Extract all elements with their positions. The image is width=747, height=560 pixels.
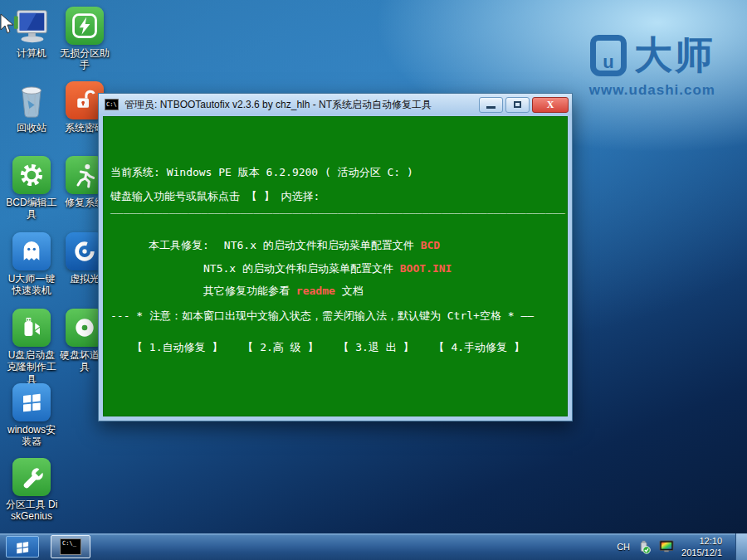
desktop-icon-label: U大师一键快速装机	[5, 273, 58, 297]
recycle-bin-icon	[12, 81, 51, 119]
desktop-icon-label: 无损分区助手	[58, 47, 111, 71]
minimize-icon	[486, 106, 496, 109]
ntbootautofix-window: C:\ 管理员: NTBOOTautofix v2.3.6 by chz_hlh…	[98, 93, 573, 421]
udashi-brand-text: 大师	[634, 30, 715, 81]
console-separator: ________________________________________…	[110, 202, 565, 214]
desktop-icon-bcd-editor[interactable]: BCD编辑工具	[5, 156, 58, 221]
mouse-cursor-icon	[0, 13, 14, 35]
close-button[interactable]: X	[532, 97, 569, 113]
taskbar: C:\_ CH 12:10 2015/12/1	[0, 533, 747, 560]
desktop-icon-partition-assistant[interactable]: 无损分区助手	[58, 7, 111, 71]
desktop-icon-windows-installer[interactable]: windows安装器	[5, 383, 58, 448]
other-file: readme	[296, 285, 335, 297]
console-repair-nt5-line: NT5.x 的启动文件和启动菜单配置文件 BOOT.INI	[203, 261, 452, 276]
menu-option-manual-repair[interactable]: 【 4.手动修复 】	[434, 340, 525, 355]
console-system-line: 当前系统: Windows PE 版本 6.2.9200 ( 活动分区 C: )	[110, 165, 413, 180]
minimize-button[interactable]	[479, 97, 503, 113]
console-menu: 【 1.自动修复 】 【 2.高 级 】 【 3.退 出 】 【 4.手动修复 …	[132, 340, 525, 355]
close-icon: X	[547, 99, 554, 111]
language-indicator[interactable]: CH	[617, 542, 630, 552]
console-app-icon: C:\_	[60, 538, 81, 555]
clock-date: 2015/12/1	[681, 547, 722, 558]
repair-label: 本工具修复:	[149, 239, 209, 251]
desktop-icon-usb-clone-tool[interactable]: U盘启动盘克隆制作工具	[5, 309, 58, 385]
start-windows-icon	[14, 539, 31, 554]
udashi-url: www.udashi.com	[589, 82, 715, 99]
gear-icon	[12, 156, 51, 194]
windows-logo-icon	[12, 383, 51, 421]
desktop-icon-label: 计算机	[5, 47, 58, 59]
other-post: 文档	[342, 285, 364, 297]
maximize-icon	[514, 101, 521, 108]
console-repair-nt6-line: 本工具修复:NT6.x 的启动文件和启动菜单配置文件 BCD	[149, 238, 440, 253]
menu-option-auto-repair[interactable]: 【 1.自动修复 】	[132, 340, 222, 355]
ghost-icon	[12, 232, 51, 270]
desktop-icon-recycle-bin[interactable]: 回收站	[5, 81, 58, 134]
computer-icon	[12, 7, 51, 45]
desktop-icon-label: 分区工具 DiskGenius	[5, 499, 58, 523]
taskbar-console-app-button[interactable]: C:\_	[51, 535, 90, 558]
nt6-file: BCD	[421, 239, 440, 251]
start-button[interactable]	[6, 536, 39, 558]
console-other-line: 其它修复功能参看 readme 文档	[203, 284, 364, 299]
desktop-icon-diskgenius[interactable]: 分区工具 DiskGenius	[5, 458, 58, 523]
nt5-text: NT5.x 的启动文件和启动菜单配置文件	[203, 262, 393, 275]
desktop-icon-label: U盘启动盘克隆制作工具	[5, 349, 58, 385]
display-tray-icon[interactable]	[659, 540, 674, 553]
show-desktop-button[interactable]	[735, 533, 747, 560]
wrench-icon	[12, 458, 51, 496]
console-window-icon: C:\	[105, 99, 119, 110]
system-tray: CH 12:10 2015/12/1	[617, 533, 747, 560]
desktop-icon-label: 回收站	[5, 122, 58, 134]
menu-option-advanced[interactable]: 【 2.高 级 】	[242, 340, 318, 355]
other-pre: 其它修复功能参看	[203, 285, 290, 297]
desktop-icon-label: windows安装器	[5, 424, 58, 448]
desktop-icon-label: BCD编辑工具	[5, 197, 58, 221]
taskbar-clock[interactable]: 12:10 2015/12/1	[681, 535, 722, 559]
console-area: 当前系统: Windows PE 版本 6.2.9200 ( 活动分区 C: )…	[103, 116, 568, 416]
console-note-line: --- * 注意：如本窗口出现中文输入状态，需关闭输入法，默认键为 Ctrl+空…	[110, 309, 534, 324]
window-titlebar[interactable]: C:\ 管理员: NTBOOTautofix v2.3.6 by chz_hlh…	[99, 94, 572, 115]
udashi-logo: u 大师 www.udashi.com	[589, 30, 715, 99]
maximize-button[interactable]	[505, 97, 530, 113]
udashi-u-icon: u	[590, 35, 627, 76]
nt6-text: NT6.x 的启动文件和启动菜单配置文件	[224, 239, 414, 251]
window-title: 管理员: NTBOOTautofix v2.3.6 by chz_hlh - N…	[124, 98, 476, 112]
desktop-icon-udashi-installer[interactable]: U大师一键快速装机	[5, 232, 58, 297]
lightning-icon	[66, 7, 104, 45]
clock-time: 12:10	[681, 535, 722, 547]
usb-tray-icon[interactable]	[637, 540, 652, 554]
nt5-file: BOOT.INI	[400, 262, 452, 275]
menu-option-exit[interactable]: 【 3.退 出 】	[338, 340, 413, 355]
usb-drive-icon	[12, 309, 51, 347]
